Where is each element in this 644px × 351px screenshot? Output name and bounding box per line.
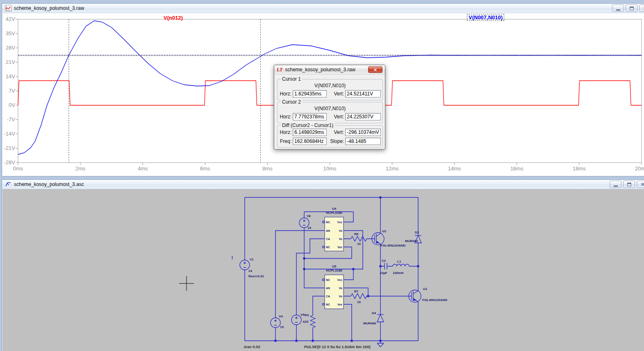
component-value: 620 [303, 320, 309, 324]
component-value: 10 [357, 300, 361, 304]
cursor1-horz-value[interactable]: 1.629435ms [293, 90, 327, 97]
x-tick-label: 16ms [510, 165, 523, 172]
component-label: V1 [250, 258, 254, 261]
close-button[interactable]: ✕ [639, 5, 644, 12]
y-tick-label: -7V [7, 116, 16, 122]
cursor-dialog[interactable]: LT scheme_kosoy_polumost_3.raw ✕ Cursor … [274, 65, 385, 149]
close-icon: ✕ [373, 68, 377, 72]
x-tick-label: 8ms [262, 165, 273, 172]
component-u2[interactable]: U2 FGL40N120AND [372, 229, 406, 247]
component-u4[interactable]: U4 HCPL3180 NC AN CA NC Vcc Vo Vo Vee [323, 207, 344, 251]
x-tick-label: 20ms [635, 165, 644, 172]
ltspice-logo-icon: LT [277, 67, 282, 73]
ground-symbol[interactable] [377, 341, 384, 347]
component-v1[interactable]: V1 24 Rser=0.01 [240, 258, 264, 278]
pin-label: Vo [339, 287, 342, 290]
x-tick-label: 14ms [448, 165, 461, 172]
diff-freq-value[interactable]: 162.60684Hz [293, 138, 327, 145]
cursor2-group: Cursor 2 V(N007,N010) Horz: 7.7792378ms … [277, 102, 383, 123]
component-r3[interactable]: R3 620 [303, 313, 315, 328]
component-value: 15 [307, 226, 311, 230]
diff-vert-value[interactable]: -296.10374mV [345, 129, 381, 136]
close-button[interactable]: ✕ [637, 181, 644, 188]
component-r7[interactable]: R7 10 [351, 290, 366, 304]
pin-label: CA [326, 238, 330, 240]
cursor2-vert-value[interactable]: 24.225307V [345, 113, 381, 120]
pin-label: AN [326, 287, 330, 290]
cursor1-horz-label: Horz: [279, 91, 291, 97]
pin-label: Vo [339, 295, 342, 298]
nc-pin-marker [323, 246, 324, 248]
diff-slope-value[interactable]: -48.1485 [345, 138, 381, 145]
component-value: 10 [357, 242, 361, 246]
x-tick-label: 12ms [386, 165, 399, 172]
emitter-arrow [376, 241, 380, 243]
component-r8[interactable]: R8 10 [351, 232, 366, 246]
spice-directive-tran[interactable]: .tran 0.02 [243, 344, 260, 349]
cursor-dialog-close-button[interactable]: ✕ [368, 66, 382, 73]
pin-label: Vo [339, 238, 342, 240]
x-tick-label: 18ms [573, 165, 586, 172]
component-v4[interactable]: V4 15 [271, 315, 284, 329]
stray-text-label[interactable]: I [232, 256, 233, 260]
waveform-window-title: scheme_kosoy_polumost_3.raw [14, 5, 84, 11]
schematic-window-title: scheme_kosoy_polumost_3.asc [14, 181, 84, 187]
y-tick-label: 7V [9, 88, 15, 94]
component-u1[interactable]: U1 FGL40N120AND [408, 287, 448, 302]
minimize-icon [616, 9, 620, 11]
cursor-dialog-titlebar[interactable]: LT scheme_kosoy_polumost_3.raw ✕ [274, 65, 385, 75]
component-label: C2 [382, 259, 386, 263]
component-value: 10µF [380, 271, 387, 275]
minimize-icon [614, 186, 618, 187]
pin-label: Vee [337, 303, 342, 306]
minimize-button[interactable] [612, 5, 624, 12]
schematic-window-titlebar[interactable]: scheme_kosoy_polumost_3.asc ✕ [2, 180, 644, 189]
y-tick-label: -14V [4, 131, 16, 137]
component-label: V5 [300, 313, 305, 317]
restore-button[interactable] [623, 181, 635, 188]
diff-slope-label: Slope: [330, 138, 344, 144]
component-v8[interactable]: V8 15 [299, 214, 311, 230]
crosshair-cursor [179, 276, 194, 291]
component-label: D4 [372, 311, 376, 315]
component-label: V4 [279, 315, 283, 318]
schematic-canvas[interactable]: V1 24 Rser=0.01 I V8 15 V4 15 V5 R8 10 R… [2, 189, 644, 351]
y-tick-label: -28V [4, 159, 16, 165]
component-label: R3 [305, 313, 309, 317]
pin-label: AN [326, 229, 330, 232]
cursor2-horz-value[interactable]: 7.7792378ms [293, 113, 327, 120]
cursor1-group: Cursor 1 V(N007,N010) Horz: 1.629435ms V… [277, 79, 383, 100]
component-value: FGL40N120AND [422, 298, 448, 302]
close-icon: ✕ [641, 182, 644, 187]
schematic-file-icon [5, 181, 11, 188]
waveform-window-titlebar[interactable]: scheme_kosoy_polumost_3.raw ✕ [2, 4, 644, 13]
spice-directive-pulse[interactable]: PULSE(0 12 0 5u 5u 1.616m 6m 100) [304, 344, 371, 349]
y-tick-label: 0V [9, 102, 15, 108]
pin-label: Vcc [337, 279, 343, 281]
x-tick-label: 2ms [75, 165, 86, 172]
y-tick-label: 42V [6, 16, 15, 22]
pin-label: NC [326, 303, 330, 306]
component-value: 24 [248, 269, 252, 273]
y-tick-label: -21V [4, 145, 16, 151]
diff-freq-label: Freq: [279, 138, 291, 144]
component-u5[interactable]: U5 HCPL3180 NC AN CA NC Vcc Vo Vo Vee [323, 265, 344, 309]
trace-label-vn012[interactable]: V(n012) [164, 15, 183, 21]
cursor1-group-label: Cursor 1 [281, 76, 302, 82]
component-l1[interactable]: L1 100mH [393, 260, 409, 275]
nc-pin-marker [323, 303, 324, 305]
component-label: V8 [307, 214, 311, 218]
waveform-file-icon [5, 5, 11, 11]
cursor1-vert-value[interactable]: 24.521411V [345, 90, 381, 97]
diff-horz-value[interactable]: 6.1498029ms [293, 129, 327, 136]
diff-horz-label: Horz: [279, 129, 291, 135]
component-d2[interactable]: D2 MUR460 [405, 231, 421, 243]
trace-label-vn007-n010[interactable]: V(N007,N010) [467, 14, 504, 21]
y-tick-label: 21V [6, 59, 15, 65]
restore-button[interactable] [626, 5, 637, 12]
pin-label: Vo [339, 229, 342, 232]
nc-pin-marker [323, 279, 324, 281]
pin-label: NC [326, 279, 330, 281]
component-value: 15 [280, 325, 284, 329]
minimize-button[interactable] [610, 181, 621, 188]
